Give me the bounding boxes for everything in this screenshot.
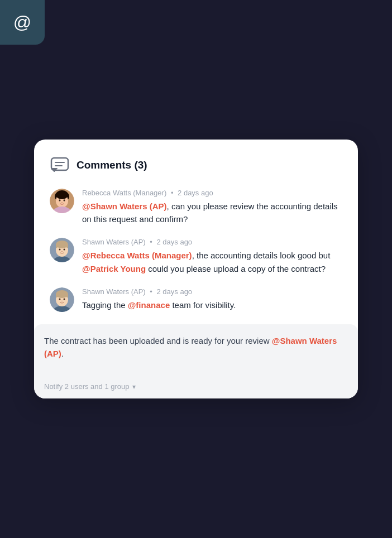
svg-point-21 bbox=[56, 290, 68, 298]
comment-text-1: @Shawn Waters (AP), can you please revie… bbox=[82, 200, 342, 226]
svg-point-9 bbox=[64, 199, 65, 201]
comment-timestamp-2: 2 days ago bbox=[156, 238, 192, 246]
comments-card: Comments (3) bbox=[34, 140, 358, 399]
svg-point-17 bbox=[64, 249, 65, 251]
compose-footer: Notify 2 users and 1 group ▾ bbox=[44, 382, 348, 391]
comment-item-2: Shawn Waters (AP) • 2 days ago @Rebecca … bbox=[50, 238, 342, 275]
svg-point-25 bbox=[64, 298, 65, 300]
compose-text: The contract has been uploaded and is re… bbox=[44, 334, 348, 361]
comment-author-1: Rebecca Watts (Manager) bbox=[82, 189, 166, 197]
mention-patrick: @Patrick Young bbox=[82, 264, 146, 273]
comment-author-3: Shawn Waters (AP) bbox=[82, 287, 146, 296]
comment-timestamp-3: 2 days ago bbox=[156, 287, 192, 296]
svg-rect-14 bbox=[56, 244, 58, 248]
svg-point-24 bbox=[59, 298, 61, 300]
chevron-down-icon[interactable]: ▾ bbox=[132, 383, 136, 391]
comment-item-3: Shawn Waters (AP) • 2 days ago Tagging t… bbox=[50, 287, 342, 312]
mention-finance: @finanace bbox=[128, 300, 170, 310]
comment-meta-2: Shawn Waters (AP) • 2 days ago bbox=[82, 238, 342, 246]
comment-body-3: Shawn Waters (AP) • 2 days ago Tagging t… bbox=[82, 287, 342, 311]
compose-area[interactable]: The contract has been uploaded and is re… bbox=[34, 324, 358, 399]
comment-text-2: @Rebecca Watts (Manager), the accounting… bbox=[82, 249, 342, 275]
at-badge: @ bbox=[0, 0, 45, 45]
comment-body-2: Shawn Waters (AP) • 2 days ago @Rebecca … bbox=[82, 238, 342, 275]
mention-rebecca: @Rebecca Watts (Manager) bbox=[82, 251, 192, 260]
svg-rect-15 bbox=[66, 244, 68, 248]
comment-text-3: Tagging the @finanace team for visibilit… bbox=[82, 299, 342, 311]
svg-rect-22 bbox=[56, 294, 58, 297]
avatar-rebecca bbox=[50, 189, 74, 213]
svg-point-6 bbox=[56, 190, 68, 199]
avatar-shawn-2 bbox=[50, 287, 74, 312]
comments-icon bbox=[50, 155, 70, 175]
svg-point-16 bbox=[59, 249, 61, 251]
avatar-shawn-1 bbox=[50, 238, 74, 262]
comment-timestamp-1: 2 days ago bbox=[178, 189, 213, 197]
svg-rect-23 bbox=[66, 294, 68, 297]
comments-list: Rebecca Watts (Manager) • 2 days ago @Sh… bbox=[50, 189, 342, 312]
comment-meta-1: Rebecca Watts (Manager) • 2 days ago bbox=[82, 189, 342, 197]
svg-point-8 bbox=[59, 199, 61, 201]
card-header: Comments (3) bbox=[50, 155, 342, 175]
comment-body-1: Rebecca Watts (Manager) • 2 days ago @Sh… bbox=[82, 189, 342, 226]
svg-point-13 bbox=[56, 241, 68, 248]
mention-shawn-ap: @Shawn Waters (AP) bbox=[82, 201, 167, 211]
comment-author-2: Shawn Waters (AP) bbox=[82, 238, 146, 246]
at-symbol: @ bbox=[13, 12, 31, 33]
comment-meta-3: Shawn Waters (AP) • 2 days ago bbox=[82, 287, 342, 296]
comments-title: Comments (3) bbox=[77, 159, 147, 171]
notify-label[interactable]: Notify 2 users and 1 group bbox=[44, 382, 129, 391]
comment-item: Rebecca Watts (Manager) • 2 days ago @Sh… bbox=[50, 189, 342, 226]
